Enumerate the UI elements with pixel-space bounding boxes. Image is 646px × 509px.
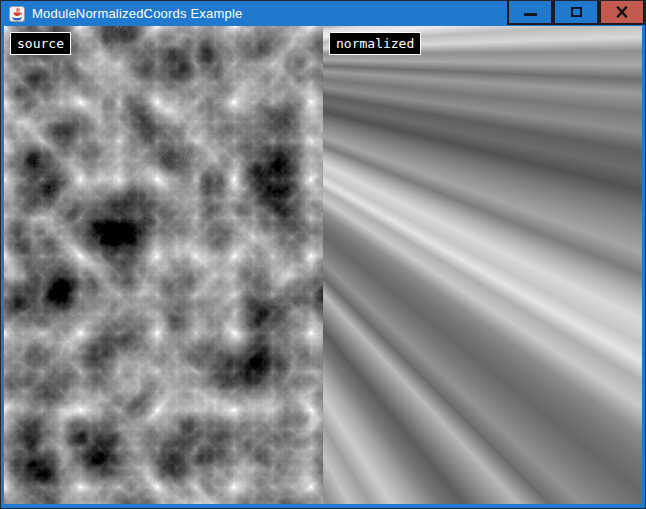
close-button[interactable] <box>599 1 645 25</box>
source-image-panel: source <box>4 26 323 504</box>
window-title: ModuleNormalizedCoords Example <box>32 1 242 26</box>
minimize-icon <box>524 13 537 16</box>
close-icon <box>616 6 628 18</box>
window-controls <box>507 1 645 26</box>
minimize-button[interactable] <box>507 1 553 25</box>
maximize-button[interactable] <box>553 1 599 25</box>
java-coffee-cup-icon <box>9 6 25 22</box>
source-noise-image <box>4 26 323 504</box>
content-area: source normalized <box>4 26 642 504</box>
normalized-label: normalized <box>329 32 421 55</box>
app-window: ModuleNormalizedCoords Example <box>0 0 646 509</box>
normalized-image-panel: normalized <box>323 26 642 504</box>
maximize-icon <box>571 7 582 17</box>
titlebar[interactable]: ModuleNormalizedCoords Example <box>1 1 645 26</box>
source-label: source <box>10 32 71 55</box>
